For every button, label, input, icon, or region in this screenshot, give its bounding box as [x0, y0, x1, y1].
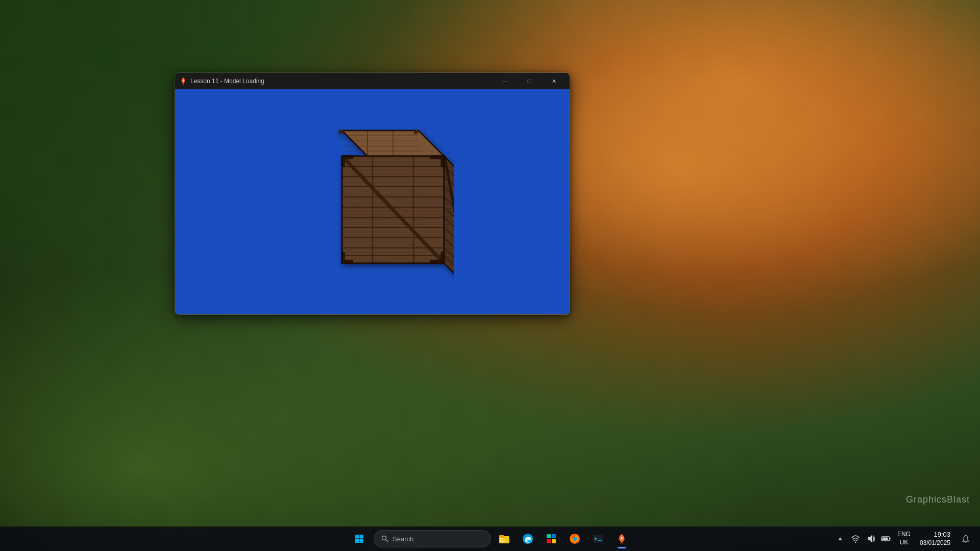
- language-indicator[interactable]: ENG UK: [895, 531, 913, 546]
- app-window: Lesson 11 - Model Loading — □ ✕: [175, 72, 570, 315]
- battery-icon: [881, 534, 891, 543]
- search-icon: [381, 535, 388, 542]
- maximize-button[interactable]: □: [518, 73, 541, 89]
- svg-rect-72: [552, 534, 556, 538]
- search-label: Search: [393, 535, 413, 543]
- taskbar-store[interactable]: [540, 528, 562, 550]
- svg-marker-82: [838, 537, 842, 540]
- desktop: GraphicsBlast Lesson 11 - Model Loading …: [0, 0, 980, 551]
- svg-rect-68: [500, 540, 505, 541]
- taskbar-edge[interactable]: [517, 528, 539, 550]
- taskbar-firefox[interactable]: [564, 528, 586, 550]
- tray-speaker[interactable]: [865, 533, 877, 545]
- window-title: Lesson 11 - Model Loading: [190, 78, 493, 85]
- tray-wifi[interactable]: [849, 533, 862, 545]
- window-titlebar: Lesson 11 - Model Loading — □ ✕: [175, 73, 570, 89]
- svg-point-81: [621, 537, 623, 539]
- file-explorer-icon: [499, 533, 510, 544]
- taskbar-rocket-app[interactable]: [610, 528, 633, 550]
- tray-chevron[interactable]: [834, 533, 846, 545]
- terminal-icon: [593, 533, 604, 544]
- svg-rect-20: [338, 130, 344, 134]
- close-button[interactable]: ✕: [542, 73, 566, 89]
- clock-date: 03/01/2025: [920, 539, 950, 547]
- watermark: GraphicsBlast: [906, 494, 970, 505]
- svg-rect-73: [547, 539, 551, 543]
- crate-model: [291, 115, 454, 289]
- svg-rect-60: [360, 535, 364, 539]
- taskbar-file-explorer[interactable]: [493, 528, 516, 550]
- svg-rect-69: [500, 541, 504, 542]
- wifi-icon: [851, 534, 860, 543]
- language-sub: UK: [897, 539, 911, 547]
- tray-battery[interactable]: [880, 533, 892, 545]
- speaker-icon: [866, 534, 875, 543]
- windows-logo-icon: [355, 534, 364, 543]
- system-tray: ENG UK 19:03 03/01/2025: [834, 528, 980, 550]
- window-controls: — □ ✕: [493, 73, 566, 89]
- svg-rect-71: [547, 534, 551, 538]
- svg-line-64: [386, 540, 388, 542]
- svg-point-63: [382, 536, 386, 540]
- svg-rect-59: [355, 535, 359, 539]
- clock-time: 19:03: [920, 531, 950, 539]
- store-icon: [546, 533, 557, 544]
- chevron-up-icon: [838, 536, 843, 541]
- firefox-icon: [569, 533, 580, 544]
- svg-point-0: [183, 80, 184, 82]
- start-button[interactable]: [347, 527, 372, 551]
- svg-rect-86: [890, 538, 891, 540]
- svg-rect-67: [500, 538, 503, 539]
- clock[interactable]: 19:03 03/01/2025: [916, 531, 954, 547]
- window-content: [175, 89, 570, 314]
- notification-button[interactable]: [958, 528, 974, 550]
- rocket-icon: [616, 533, 627, 544]
- taskbar: Search: [0, 527, 980, 551]
- svg-rect-85: [882, 538, 888, 540]
- svg-rect-74: [552, 539, 556, 543]
- notification-icon: [962, 535, 970, 543]
- svg-rect-66: [499, 535, 504, 538]
- taskbar-terminal[interactable]: [587, 528, 609, 550]
- svg-point-83: [855, 542, 856, 543]
- language-main: ENG: [897, 531, 911, 539]
- window-app-icon: [179, 77, 187, 85]
- edge-icon: [522, 533, 533, 544]
- svg-rect-61: [355, 539, 359, 543]
- taskbar-icons: [493, 528, 633, 550]
- svg-rect-62: [360, 539, 364, 543]
- search-bar[interactable]: Search: [374, 530, 491, 547]
- minimize-button[interactable]: —: [493, 73, 517, 89]
